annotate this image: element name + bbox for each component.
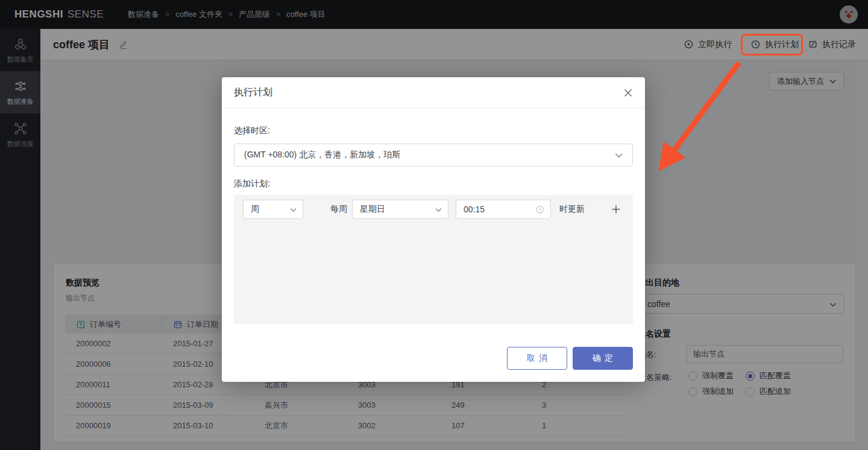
- chevron-down-icon: [615, 153, 623, 158]
- modal-footer: 取消 确定: [507, 347, 633, 370]
- chevron-down-icon: [290, 208, 297, 212]
- timezone-label: 选择时区:: [234, 125, 270, 136]
- plus-icon: [611, 204, 621, 214]
- time-value: 00:15: [464, 204, 485, 214]
- plan-row: 周 每周 星期日 00:15: [234, 195, 633, 219]
- day-value: 星期日: [360, 204, 385, 215]
- plan-list-panel: 周 每周 星期日 00:15: [234, 195, 633, 324]
- annotation-highlight-box: [741, 34, 803, 55]
- frequency-value: 周: [251, 204, 259, 215]
- clock-icon: [535, 205, 544, 214]
- modal-header: 执行计划: [222, 77, 645, 109]
- timezone-value: (GMT +08:00) 北京，香港，新加坡，珀斯: [244, 150, 400, 160]
- update-suffix-label: 时更新: [559, 204, 585, 215]
- execution-plan-modal: 执行计划 选择时区: (GMT +08:00) 北京，香港，新加坡，珀斯 添加计…: [222, 77, 645, 382]
- day-select[interactable]: 星期日: [352, 200, 448, 219]
- close-button[interactable]: [623, 88, 633, 98]
- x-icon: [623, 88, 633, 98]
- every-week-label: 每周: [330, 204, 347, 215]
- modal-title: 执行计划: [234, 86, 272, 99]
- timezone-select[interactable]: (GMT +08:00) 北京，香港，新加坡，珀斯: [234, 144, 633, 166]
- chevron-down-icon: [435, 208, 442, 212]
- add-plan-label: 添加计划:: [234, 179, 270, 189]
- cancel-button[interactable]: 取消: [507, 347, 567, 370]
- frequency-select[interactable]: 周: [243, 200, 303, 219]
- confirm-button[interactable]: 确定: [573, 347, 633, 370]
- time-input[interactable]: 00:15: [456, 200, 551, 219]
- add-plan-button[interactable]: [611, 204, 621, 214]
